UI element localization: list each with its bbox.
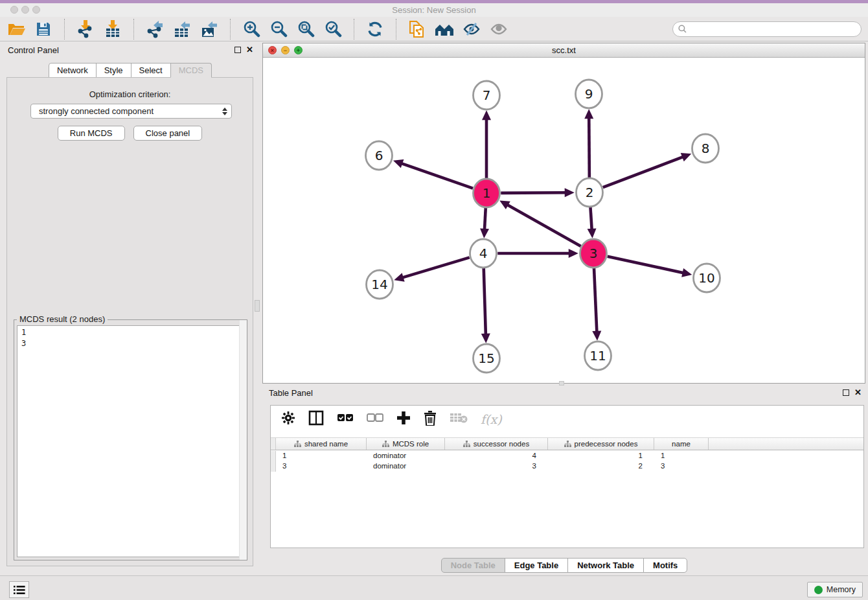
deselect-all-columns-icon[interactable] — [367, 413, 383, 425]
sort-hierarchy-icon — [564, 441, 571, 448]
tab-network-table[interactable]: Network Table — [567, 558, 644, 573]
first-neighbors-button[interactable] — [435, 19, 454, 39]
edge-3-11[interactable] — [594, 268, 597, 334]
tab-mcds[interactable]: MCDS — [170, 63, 212, 78]
column-header-name[interactable]: name — [654, 438, 709, 450]
column-header-successor-nodes[interactable]: successor nodes — [445, 438, 548, 450]
edge-1-4[interactable] — [485, 207, 486, 231]
close-panel-icon[interactable]: ✕ — [854, 389, 862, 396]
network-from-selection-button[interactable] — [407, 19, 427, 39]
criterion-dropdown[interactable]: strongly connected component — [30, 104, 232, 119]
edge-1-2[interactable] — [501, 192, 567, 193]
tab-node-table[interactable]: Node Table — [441, 558, 505, 573]
horizontal-splitter-handle[interactable] — [559, 381, 564, 386]
tab-motifs[interactable]: Motifs — [643, 558, 687, 573]
cell-mcds-role[interactable]: dominator — [367, 461, 445, 472]
zoom-out-button[interactable] — [269, 19, 288, 39]
split-panel-icon[interactable] — [308, 410, 324, 428]
network-canvas[interactable]: 7968124314101511 — [263, 58, 865, 383]
edge-4-15[interactable] — [484, 268, 486, 336]
graph-node-label: 10 — [698, 270, 714, 286]
graph-node-label: 1 — [483, 185, 491, 201]
add-column-icon[interactable] — [396, 411, 411, 428]
node-table-container: f(x) shared name MCDS role successor nod… — [270, 405, 864, 548]
import-table-button[interactable] — [103, 19, 122, 39]
close-panel-icon[interactable]: ✕ — [246, 47, 253, 53]
column-header-mcds-role[interactable]: MCDS role — [367, 438, 445, 450]
column-header-shared-name[interactable]: shared name — [276, 438, 367, 450]
show-graphics-details-button[interactable] — [489, 19, 508, 39]
open-session-button[interactable] — [6, 19, 26, 39]
table-header-row: shared name MCDS role successor nodes pr… — [271, 437, 863, 450]
edge-2-9[interactable] — [589, 116, 589, 178]
sort-hierarchy-icon — [382, 441, 389, 448]
graph-node-label: 2 — [586, 185, 594, 200]
cell-name[interactable]: 1 — [654, 451, 709, 461]
function-builder-icon[interactable]: f(x) — [481, 412, 502, 426]
tab-edge-table[interactable]: Edge Table — [505, 558, 568, 573]
edge-2-8[interactable] — [603, 156, 685, 187]
table-gutter — [271, 438, 276, 450]
delete-column-icon[interactable] — [424, 411, 437, 428]
tab-network[interactable]: Network — [49, 63, 97, 78]
cell-name[interactable]: 3 — [654, 461, 709, 472]
save-session-button[interactable] — [34, 19, 53, 39]
graph-node-label: 15 — [478, 351, 494, 366]
toolbar-separator — [64, 19, 65, 40]
refresh-button[interactable] — [365, 19, 385, 39]
run-mcds-button[interactable]: Run MCDS — [58, 126, 125, 141]
memory-button[interactable]: Memory — [807, 582, 863, 597]
export-network-button[interactable] — [145, 19, 165, 39]
graph-node-label: 11 — [589, 348, 606, 363]
vertical-splitter-handle[interactable] — [255, 300, 260, 312]
close-panel-button[interactable]: Close panel — [133, 126, 203, 141]
cell-shared-name[interactable]: 3 — [276, 461, 367, 472]
cell-shared-name[interactable]: 1 — [276, 451, 367, 461]
main-titlebar: Session: New Session — [0, 3, 868, 17]
memory-label: Memory — [827, 585, 856, 594]
select-all-columns-icon[interactable] — [337, 413, 354, 425]
edge-arrowhead — [482, 110, 491, 120]
import-network-button[interactable] — [76, 19, 95, 39]
edge-arrowhead — [480, 228, 489, 238]
optimization-criterion-label: Optimization criterion: — [7, 89, 253, 99]
main-toolbar — [0, 17, 868, 41]
graph-node-label: 4 — [479, 246, 488, 261]
cell-predecessor-nodes[interactable]: 2 — [548, 461, 654, 472]
zoom-fit-button[interactable] — [296, 19, 315, 39]
mcds-result-list[interactable]: 1 3 — [17, 325, 244, 557]
table-panel-title: Table Panel — [269, 388, 863, 401]
edge-1-6[interactable] — [400, 163, 473, 188]
cell-successor-nodes[interactable]: 3 — [445, 461, 548, 472]
network-view-window: × − + scc.txt 7968124314101511 — [262, 43, 865, 384]
toolbar-separator — [230, 19, 231, 40]
result-scrollbar[interactable] — [239, 320, 247, 560]
edge-4-14[interactable] — [401, 257, 470, 278]
float-panel-icon[interactable] — [843, 389, 849, 396]
column-header-predecessor-nodes[interactable]: predecessor nodes — [548, 438, 654, 450]
search-field[interactable] — [672, 21, 862, 37]
cell-mcds-role[interactable]: dominator — [367, 451, 445, 461]
edge-2-3[interactable] — [590, 207, 591, 231]
edge-3-10[interactable] — [608, 257, 685, 273]
zoom-selected-button[interactable] — [323, 19, 343, 39]
export-table-button[interactable] — [172, 19, 192, 39]
tab-style[interactable]: Style — [96, 63, 131, 78]
search-input[interactable] — [690, 24, 856, 34]
table-row[interactable]: 3 dominator 3 2 3 — [271, 461, 863, 472]
column-settings-gear-icon[interactable] — [281, 411, 295, 428]
edge-3-1[interactable] — [506, 204, 581, 246]
cell-predecessor-nodes[interactable]: 1 — [548, 451, 654, 461]
edge-arrowhead — [584, 109, 593, 119]
export-image-button[interactable] — [200, 19, 219, 39]
float-panel-icon[interactable] — [234, 47, 241, 53]
network-graph[interactable]: 7968124314101511 — [263, 58, 865, 383]
task-console-button[interactable] — [9, 581, 29, 598]
delete-table-icon[interactable] — [450, 412, 468, 426]
table-row[interactable]: 1 dominator 4 1 1 — [271, 451, 863, 461]
hide-graphics-details-button[interactable] — [462, 19, 481, 39]
zoom-in-button[interactable] — [242, 19, 261, 39]
tab-select[interactable]: Select — [131, 63, 171, 78]
cell-successor-nodes[interactable]: 4 — [445, 451, 548, 461]
network-window-titlebar[interactable]: × − + scc.txt — [263, 43, 865, 58]
